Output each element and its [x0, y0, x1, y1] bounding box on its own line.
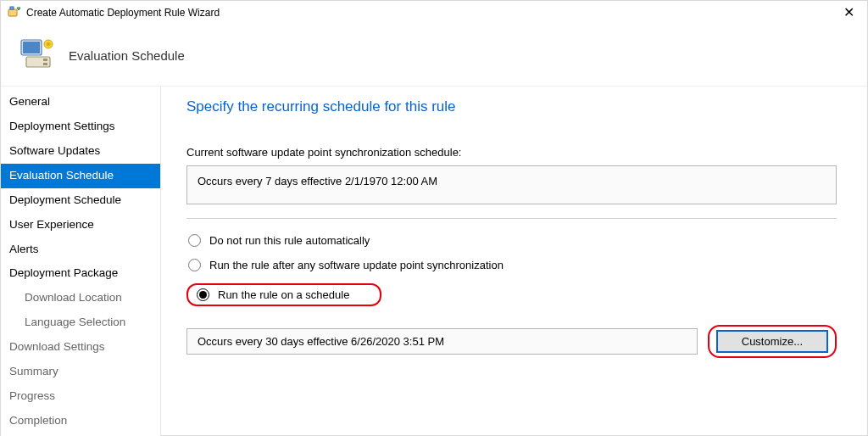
radio-after-sync[interactable]: Run the rule after any software update p…: [186, 259, 837, 271]
sidebar-item-label: Evaluation Schedule: [9, 169, 114, 182]
radio-after-sync-input[interactable]: [188, 259, 201, 271]
sidebar-item-label: Software Updates: [9, 144, 100, 157]
sidebar-item-alerts[interactable]: Alerts: [1, 238, 160, 262]
page-heading: Specify the recurring schedule for this …: [186, 98, 837, 115]
titlebar: Create Automatic Deployment Rule Wizard …: [1, 1, 867, 25]
svg-rect-6: [43, 63, 47, 65]
sync-schedule-box: Occurs every 7 days effective 2/1/1970 1…: [186, 165, 837, 204]
sidebar-item-download-settings[interactable]: Download Settings: [1, 335, 160, 360]
sidebar-item-label: Progress: [9, 389, 55, 402]
svg-rect-0: [8, 9, 17, 16]
sidebar-item-deployment-package[interactable]: Deployment Package: [1, 261, 160, 286]
sync-schedule-value: Occurs every 7 days effective 2/1/1970 1…: [198, 175, 437, 187]
svg-rect-5: [43, 59, 47, 61]
sidebar-item-label: Deployment Settings: [9, 120, 115, 132]
svg-rect-4: [26, 57, 50, 67]
annotation-highlight-customize: Customize...: [708, 325, 837, 358]
custom-schedule-box: Occurs every 30 days effective 6/26/2020…: [186, 328, 698, 355]
wizard-title-icon: [8, 6, 21, 20]
wizard-banner: Evaluation Schedule: [1, 25, 867, 87]
sidebar-item-software-updates[interactable]: Software Updates: [1, 139, 160, 164]
wizard-content: Specify the recurring schedule for this …: [161, 87, 867, 436]
sidebar-item-progress[interactable]: Progress: [1, 384, 160, 409]
sidebar-item-label: Deployment Package: [9, 266, 118, 279]
separator: [186, 218, 837, 219]
sidebar-item-label: General: [9, 95, 50, 108]
radio-do-not-run[interactable]: Do not run this rule automatically: [186, 234, 837, 247]
sidebar-item-download-location[interactable]: Download Location: [1, 286, 160, 310]
schedule-row: Occurs every 30 days effective 6/26/2020…: [186, 325, 837, 358]
svg-rect-3: [23, 42, 40, 53]
sidebar-item-general[interactable]: General: [1, 90, 160, 115]
sidebar-item-label: Deployment Schedule: [9, 193, 121, 206]
sidebar-item-label: Summary: [9, 365, 58, 377]
sidebar-item-label: User Experience: [9, 218, 94, 231]
wizard-sidebar: GeneralDeployment SettingsSoftware Updat…: [1, 87, 161, 436]
wizard-window: Create Automatic Deployment Rule Wizard …: [0, 0, 868, 436]
close-button[interactable]: ✕: [837, 3, 860, 23]
radio-on-schedule[interactable]: Run the rule on a schedule: [195, 288, 373, 301]
radio-on-schedule-label: Run the rule on a schedule: [218, 288, 349, 301]
sidebar-item-deployment-schedule[interactable]: Deployment Schedule: [1, 188, 160, 213]
computer-icon: [16, 35, 57, 75]
radio-do-not-run-label: Do not run this rule automatically: [209, 234, 370, 247]
svg-rect-1: [10, 7, 14, 9]
radio-do-not-run-input[interactable]: [188, 234, 201, 247]
customize-button[interactable]: Customize...: [716, 330, 828, 353]
sidebar-item-label: Download Location: [25, 291, 122, 304]
custom-schedule-value: Occurs every 30 days effective 6/26/2020…: [198, 335, 444, 348]
radio-after-sync-label: Run the rule after any software update p…: [209, 259, 504, 271]
sidebar-item-completion[interactable]: Completion: [1, 409, 160, 433]
sidebar-item-label: Language Selection: [25, 316, 125, 328]
sidebar-item-label: Alerts: [9, 243, 39, 255]
banner-title: Evaluation Schedule: [69, 48, 185, 63]
sidebar-item-summary[interactable]: Summary: [1, 360, 160, 384]
window-title: Create Automatic Deployment Rule Wizard: [26, 7, 837, 19]
radio-on-schedule-input[interactable]: [197, 288, 209, 301]
sidebar-item-user-experience[interactable]: User Experience: [1, 213, 160, 238]
sidebar-item-label: Download Settings: [9, 340, 105, 353]
sidebar-item-language-selection[interactable]: Language Selection: [1, 310, 160, 335]
annotation-highlight-selected-radio: Run the rule on a schedule: [186, 283, 381, 306]
sidebar-item-label: Completion: [9, 414, 67, 427]
sidebar-item-deployment-settings[interactable]: Deployment Settings: [1, 115, 160, 139]
sync-schedule-label: Current software update point synchroniz…: [186, 146, 837, 159]
sidebar-item-evaluation-schedule[interactable]: Evaluation Schedule: [1, 164, 160, 188]
